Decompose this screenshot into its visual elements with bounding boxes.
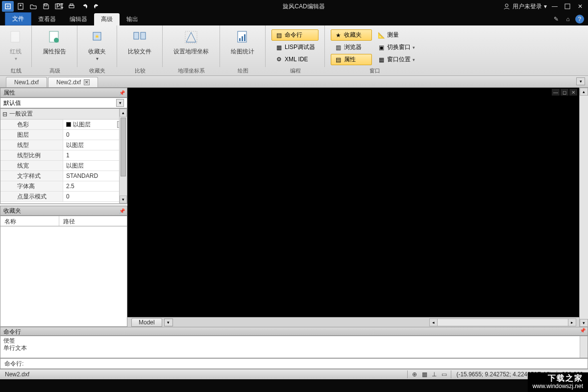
- svg-rect-9: [11, 31, 20, 42]
- ribbon-browser-toggle[interactable]: ▥浏览器: [331, 42, 372, 53]
- scroll-down-icon[interactable]: ▾: [120, 196, 127, 203]
- ribbon-drawstats-button[interactable]: 绘图统计: [229, 27, 256, 56]
- menu-viewer[interactable]: 查看器: [31, 13, 63, 25]
- ribbon-geo-button[interactable]: 设置地理坐标: [172, 27, 211, 56]
- ribbon-compare-button[interactable]: 比较文件: [126, 27, 153, 56]
- prop-row-textheight[interactable]: 字体高2.5: [0, 181, 127, 192]
- menu-advanced[interactable]: 高级: [94, 13, 120, 25]
- grid-icon[interactable]: ▦: [420, 370, 428, 378]
- color-swatch: [66, 122, 71, 127]
- new-file-icon[interactable]: [15, 1, 26, 12]
- status-tool-icons: ⊕ ▦ ⊥ ▭: [407, 370, 451, 378]
- ribbon-property-report-button[interactable]: 属性报告: [41, 27, 68, 56]
- fav-col-name[interactable]: 名称: [0, 216, 59, 226]
- menu-bar: 文件 查看器 编辑器 高级 输出 ✎ ⌂ ?: [0, 13, 588, 25]
- properties-filter-dropdown[interactable]: 默认值▾: [0, 98, 127, 108]
- ortho-icon[interactable]: ⊥: [430, 370, 438, 378]
- watermark: 下载之家 www.windowszj.net: [528, 372, 588, 392]
- scroll-left-icon[interactable]: ◂: [430, 319, 438, 326]
- window-icon: ▣: [377, 44, 385, 51]
- minimize-button[interactable]: —: [550, 1, 560, 11]
- ribbon-switch-window-button[interactable]: ▣切换窗口▾: [374, 42, 418, 53]
- pdf-icon[interactable]: PDF: [53, 1, 65, 12]
- open-file-icon[interactable]: [27, 1, 39, 12]
- ribbon-group-stats: 绘图统计: [220, 25, 266, 67]
- doctab-new2[interactable]: New2.dxf✕: [48, 77, 98, 87]
- lisp-icon: ▦: [275, 44, 283, 51]
- star-icon: ★: [334, 31, 342, 39]
- menu-file[interactable]: 文件: [5, 12, 31, 25]
- drawing-canvas[interactable]: — ◻ ✕: [127, 88, 579, 317]
- canvas-max-icon[interactable]: ◻: [561, 89, 568, 96]
- model-tabs-dropdown[interactable]: ▾: [164, 318, 173, 326]
- canvas-min-icon[interactable]: —: [552, 89, 560, 96]
- scroll-down-icon[interactable]: ▾: [580, 319, 588, 327]
- scroll-up-icon[interactable]: ▴: [120, 109, 127, 117]
- canvas-window-controls: — ◻ ✕: [552, 89, 577, 96]
- command-input[interactable]: [25, 359, 588, 368]
- ribbon-group-label-geo: 地理坐标系: [163, 67, 220, 75]
- save-icon[interactable]: [40, 1, 52, 12]
- ribbon-group-report: 属性报告: [32, 25, 77, 67]
- ribbon-favorites-button[interactable]: 收藏夹 ▾: [86, 27, 108, 62]
- ribbon-group-label-window: 窗口: [325, 67, 424, 75]
- commandline-icon: ▤: [275, 31, 283, 39]
- canvas-close-icon[interactable]: ✕: [569, 89, 577, 96]
- menu-output[interactable]: 输出: [120, 13, 145, 25]
- vertical-scrollbar[interactable]: ▴ ▾: [579, 88, 588, 327]
- home-icon[interactable]: ⌂: [564, 15, 572, 24]
- undo-icon[interactable]: [78, 1, 90, 12]
- ribbon-commandline-button[interactable]: ▤命令行: [271, 29, 318, 41]
- stats-icon: [234, 28, 251, 46]
- snap-icon[interactable]: ⊕: [411, 370, 418, 378]
- svg-rect-19: [244, 34, 245, 41]
- model-tab-bar: Model ▾ ◂▸: [127, 317, 579, 327]
- prop-row-color[interactable]: 色彩以图层▾: [0, 120, 127, 130]
- ribbon-fav-toggle[interactable]: ★收藏夹: [331, 29, 372, 41]
- ribbon-measure-button[interactable]: 📐测量: [374, 29, 418, 41]
- properties-scrollbar[interactable]: ▴▾: [119, 109, 127, 203]
- user-login-button[interactable]: 用户未登录 ▾: [503, 2, 547, 11]
- close-tab-icon[interactable]: ✕: [84, 79, 90, 85]
- close-button[interactable]: ✕: [575, 1, 585, 11]
- prop-row-linetype[interactable]: 线型以图层: [0, 140, 127, 150]
- pin-icon[interactable]: 📌: [119, 208, 125, 214]
- title-right: 用户未登录 ▾ — ✕: [503, 1, 588, 11]
- ribbon-group-programming: ▤命令行 ▦LISP调试器 ⚙XML IDE: [266, 25, 325, 67]
- help-icon[interactable]: ?: [575, 15, 584, 24]
- menu-editor[interactable]: 编辑器: [63, 13, 94, 25]
- ribbon-redline-button[interactable]: 红线 ▾: [5, 27, 26, 62]
- svg-rect-2: [45, 4, 47, 6]
- prop-row-lineweight[interactable]: 线宽以图层: [0, 161, 127, 171]
- prop-row-layer[interactable]: 图层0: [0, 130, 127, 140]
- prop-row-ltscale[interactable]: 线型比例1: [0, 150, 127, 161]
- prop-row-pointmode[interactable]: 点显示模式0: [0, 192, 127, 202]
- ribbon-properties-toggle[interactable]: ▤属性: [331, 54, 372, 65]
- doctab-new1[interactable]: New1.dxf: [6, 77, 47, 87]
- scroll-thumb[interactable]: [121, 118, 126, 176]
- prop-section-general[interactable]: ⊟一般设置: [0, 109, 127, 120]
- scroll-right-icon[interactable]: ▸: [568, 319, 576, 326]
- pin-icon[interactable]: 📌: [119, 90, 125, 96]
- maximize-button[interactable]: [563, 1, 572, 11]
- fav-col-path[interactable]: 路径: [59, 216, 79, 226]
- ribbon-xmlide-button[interactable]: ⚙XML IDE: [271, 54, 318, 65]
- app-logo-icon[interactable]: [2, 1, 14, 12]
- ribbon-window-position-button[interactable]: ▦窗口位置▾: [374, 54, 418, 65]
- pin-icon[interactable]: 📌: [580, 328, 586, 333]
- scroll-up-icon[interactable]: ▴: [580, 88, 588, 96]
- svg-rect-6: [70, 4, 73, 5]
- cmdlog-scrollbar[interactable]: [580, 336, 588, 358]
- print-icon[interactable]: [66, 1, 77, 12]
- properties-grid: ⊟一般设置 色彩以图层▾ 图层0 线型以图层 线型比例1 线宽以图层 文字样式S…: [0, 108, 127, 204]
- ribbon-group-label-stats: 绘图: [220, 67, 266, 75]
- prop-row-textstyle[interactable]: 文字样式STANDARD: [0, 171, 127, 181]
- ruler-icon[interactable]: ▭: [440, 370, 448, 378]
- doctabs-dropdown[interactable]: ▾: [576, 77, 585, 85]
- redo-icon[interactable]: [91, 1, 103, 12]
- command-prompt-label: 命令行:: [0, 360, 25, 368]
- ribbon-lisp-button[interactable]: ▦LISP调试器: [271, 42, 318, 53]
- model-tab[interactable]: Model: [131, 318, 162, 327]
- horizontal-scrollbar[interactable]: ◂▸: [429, 318, 576, 326]
- pen-tool-icon[interactable]: ✎: [552, 15, 561, 24]
